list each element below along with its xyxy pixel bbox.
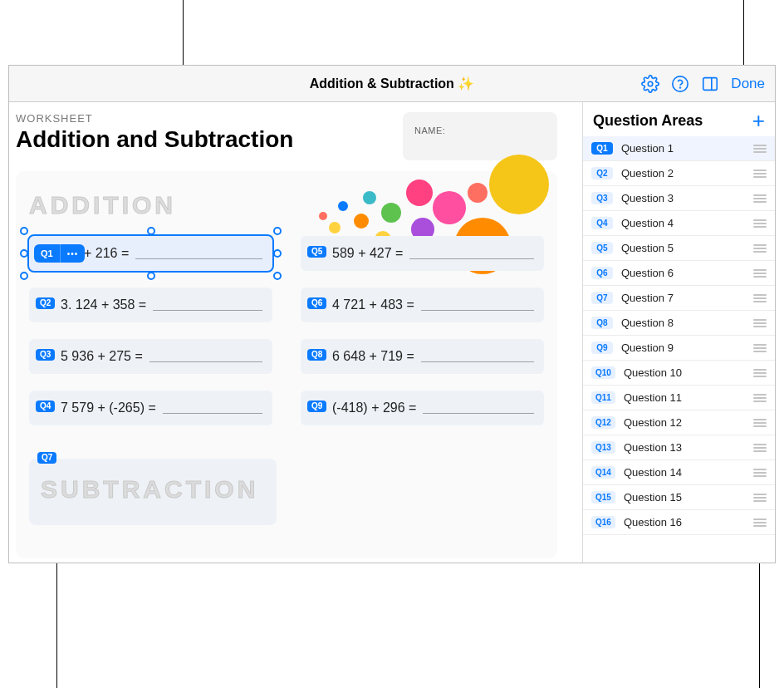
question-row-q5[interactable]: Q5Question 5 xyxy=(583,236,775,261)
question-row-q4[interactable]: Q4Question 4 xyxy=(583,211,775,236)
done-button[interactable]: Done xyxy=(731,76,765,92)
resize-handle[interactable] xyxy=(20,272,28,280)
question-label: Question 6 xyxy=(621,267,745,279)
drag-handle-icon[interactable] xyxy=(753,319,767,327)
selected-question-badge[interactable]: Q1••• xyxy=(34,244,85,263)
problem-q9[interactable]: Q9(-418) + 296 = xyxy=(301,391,544,425)
answer-blank[interactable] xyxy=(135,248,262,259)
question-list[interactable]: Q1Question 1Q2Question 2Q3Question 3Q4Qu… xyxy=(583,136,775,563)
answer-blank[interactable] xyxy=(153,299,262,311)
question-row-q9[interactable]: Q9Question 9 xyxy=(583,336,775,361)
bubble xyxy=(381,203,401,223)
settings-icon[interactable] xyxy=(641,75,659,93)
question-badge: Q8 xyxy=(307,349,326,361)
question-label: Question 5 xyxy=(621,242,745,254)
name-label: NAME: xyxy=(414,125,445,135)
drag-handle-icon[interactable] xyxy=(753,494,767,502)
question-badge: Q3 xyxy=(591,192,613,204)
question-label: Question 3 xyxy=(621,192,745,204)
subtraction-block[interactable]: Q7 SUBTRACTION xyxy=(29,459,277,525)
question-row-q3[interactable]: Q3Question 3 xyxy=(583,186,775,211)
question-badge: Q16 xyxy=(591,516,615,528)
bubble xyxy=(489,155,549,214)
resize-handle[interactable] xyxy=(147,227,155,235)
question-row-q15[interactable]: Q15Question 15 xyxy=(583,485,775,510)
answer-blank[interactable] xyxy=(163,402,262,414)
bubble xyxy=(363,191,376,204)
question-badge: Q3 xyxy=(36,349,55,361)
question-badge: Q5 xyxy=(591,242,613,254)
question-row-q8[interactable]: Q8Question 8 xyxy=(583,311,775,336)
resize-handle[interactable] xyxy=(20,227,28,235)
question-row-q10[interactable]: Q10Question 10 xyxy=(583,361,775,386)
question-row-q11[interactable]: Q11Question 11 xyxy=(583,386,775,410)
answer-blank[interactable] xyxy=(421,351,534,362)
svg-point-0 xyxy=(649,81,654,86)
add-question-button[interactable]: + xyxy=(752,115,765,128)
question-label: Question 11 xyxy=(624,391,745,404)
problem-q6[interactable]: Q64 721 + 483 = xyxy=(301,287,544,322)
problem-q4[interactable]: Q47 579 + (-265) = xyxy=(29,391,272,425)
callout-line-panel xyxy=(759,563,760,688)
question-row-q1[interactable]: Q1Question 1 xyxy=(583,136,775,161)
resize-handle[interactable] xyxy=(273,227,282,235)
bubble xyxy=(329,222,341,233)
answer-blank[interactable] xyxy=(409,248,534,259)
drag-handle-icon[interactable] xyxy=(753,419,767,427)
toolbar: Addition & Subtraction ✨ xyxy=(9,66,775,102)
problem-q2[interactable]: Q23. 124 + 358 = xyxy=(29,287,272,322)
question-row-q6[interactable]: Q6Question 6 xyxy=(583,261,775,286)
question-areas-panel: Question Areas + Q1Question 1Q2Question … xyxy=(582,102,775,563)
question-label: Question 13 xyxy=(624,441,745,454)
question-badge: Q2 xyxy=(591,167,613,179)
resize-handle[interactable] xyxy=(20,249,28,258)
more-icon[interactable]: ••• xyxy=(60,244,86,263)
drag-handle-icon[interactable] xyxy=(753,344,767,352)
resize-handle[interactable] xyxy=(273,272,282,280)
problem-q8[interactable]: Q86 648 + 719 = xyxy=(301,339,544,374)
drag-handle-icon[interactable] xyxy=(753,244,767,253)
drag-handle-icon[interactable] xyxy=(753,469,767,477)
question-row-q16[interactable]: Q16Question 16 xyxy=(583,510,775,535)
question-row-q13[interactable]: Q13Question 13 xyxy=(583,435,775,460)
question-row-q14[interactable]: Q14Question 14 xyxy=(583,460,775,485)
bubble xyxy=(468,183,488,203)
name-field[interactable]: NAME: xyxy=(403,112,557,160)
help-icon[interactable] xyxy=(671,75,689,93)
resize-handle[interactable] xyxy=(147,272,155,280)
bubble xyxy=(319,212,327,220)
question-label: Question 7 xyxy=(621,292,745,304)
svg-rect-3 xyxy=(703,77,718,90)
question-row-q12[interactable]: Q12Question 12 xyxy=(583,410,775,435)
bubble xyxy=(406,179,433,206)
question-badge: Q6 xyxy=(307,297,326,309)
drag-handle-icon[interactable] xyxy=(753,394,767,402)
resize-handle[interactable] xyxy=(273,249,282,258)
drag-handle-icon[interactable] xyxy=(753,444,767,452)
question-row-q2[interactable]: Q2Question 2 xyxy=(583,161,775,186)
question-label: Question 15 xyxy=(624,491,745,504)
sidebar-toggle-icon[interactable] xyxy=(701,75,719,93)
drag-handle-icon[interactable] xyxy=(753,518,767,527)
problem-q5[interactable]: Q5589 + 427 = xyxy=(301,236,544,271)
bubble xyxy=(338,201,348,211)
drag-handle-icon[interactable] xyxy=(753,219,767,228)
answer-blank[interactable] xyxy=(423,402,534,414)
drag-handle-icon[interactable] xyxy=(753,269,767,278)
problem-q1[interactable]: Q1•••+ 216 = xyxy=(29,236,272,271)
worksheet-canvas[interactable]: WORKSHEET Addition and Subtraction NAME:… xyxy=(9,102,582,563)
question-row-q7[interactable]: Q7Question 7 xyxy=(583,286,775,311)
drag-handle-icon[interactable] xyxy=(753,194,767,203)
question-label: Question 14 xyxy=(624,466,745,479)
answer-blank[interactable] xyxy=(149,351,262,362)
problem-text: 7 579 + (-265) = xyxy=(61,401,156,415)
drag-handle-icon[interactable] xyxy=(753,145,767,153)
drag-handle-icon[interactable] xyxy=(753,369,767,377)
drag-handle-icon[interactable] xyxy=(753,170,767,178)
panel-title: Question Areas xyxy=(593,112,703,130)
answer-blank[interactable] xyxy=(421,299,534,311)
drag-handle-icon[interactable] xyxy=(753,294,767,302)
question-label: Question 9 xyxy=(621,342,745,354)
question-badge: Q9 xyxy=(307,401,326,412)
problem-q3[interactable]: Q35 936 + 275 = xyxy=(29,339,272,374)
